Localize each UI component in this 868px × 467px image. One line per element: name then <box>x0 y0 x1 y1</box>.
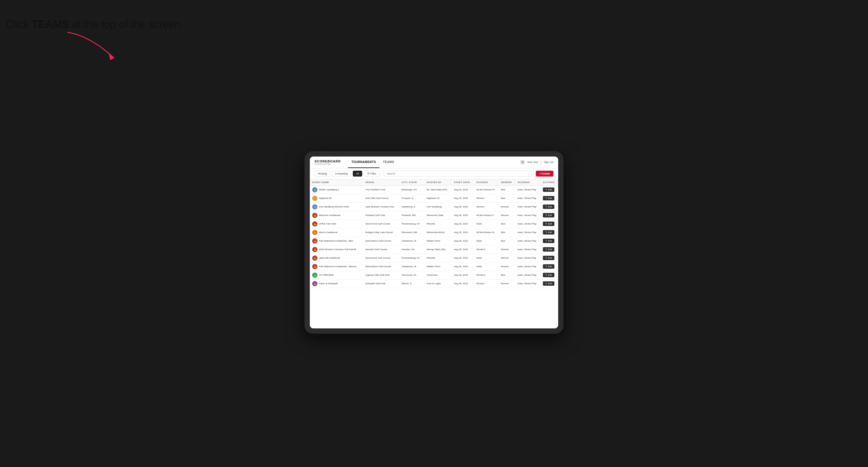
cell-hosted-by: William Penn <box>424 237 452 245</box>
edit-button[interactable]: ✎ Edit <box>543 196 554 200</box>
cell-division: NCAA Division II <box>474 211 498 220</box>
hosting-filter-button[interactable]: Hosting <box>314 171 330 177</box>
cell-venue: Lake Bracken Country Club <box>363 203 399 211</box>
tab-teams[interactable]: TEAMS <box>379 157 398 168</box>
edit-button[interactable]: ✎ Edit <box>543 213 554 217</box>
edit-button[interactable]: ✎ Edit <box>543 256 554 260</box>
cell-actions: ✎ Edit <box>540 271 558 279</box>
cell-scoring: team, Stroke Play <box>516 254 540 262</box>
logo-area: SCOREBOARD Powered by Clipp <box>314 159 341 165</box>
edit-button[interactable]: ✎ Edit <box>543 281 554 286</box>
cell-hosted-by: Pikeville <box>424 254 452 262</box>
col-city-state: CITY, STATE <box>399 179 424 186</box>
cell-gender: Men <box>498 194 515 203</box>
col-event-name: EVENT NAME <box>310 179 363 186</box>
cell-hosted-by: Murray State (OK) <box>424 245 452 254</box>
cell-division: NICAA I <box>474 203 498 211</box>
cell-hosted-by: Highland CC <box>424 194 452 203</box>
edit-button[interactable]: ✎ Edit <box>543 205 554 209</box>
all-filter-button[interactable]: All <box>353 171 362 177</box>
cell-event-name: ⛳ UPKE Fall Invite <box>310 220 363 228</box>
cell-venue: Hesston Golf Course <box>363 245 399 254</box>
cell-city-state: Newburgh, NY <box>399 185 424 194</box>
table-row: ⛳ Highland 36 Park Hills Golf Course Fre… <box>310 194 558 203</box>
cell-venue: StoneCrest Golf Course <box>363 254 399 262</box>
edit-button[interactable]: ✎ Edit <box>543 247 554 252</box>
cell-hosted-by: William Penn <box>424 262 452 271</box>
cell-event-name: ⛳ MSMC Qualifying 1 <box>310 185 363 194</box>
cell-event-name: ⛳ Fall Statesmen Invitational - Men <box>310 237 363 245</box>
cell-division: NAIA <box>474 254 498 262</box>
cell-division: NAIA <box>474 220 498 228</box>
table-row: ⛳ Maverick Invitational Faribault Golf C… <box>310 211 558 220</box>
cell-division: NCAA Division III <box>474 185 498 194</box>
col-scoring: SCORING <box>516 179 540 186</box>
cell-scoring: team, Stroke Play <box>516 279 540 288</box>
table-row: ⛳ VU PREVIEW Cypress Hills Golf Club Vin… <box>310 271 558 279</box>
cell-venue: Edmundson Golf Course <box>363 237 399 245</box>
edit-button[interactable]: ✎ Edit <box>543 222 554 226</box>
cell-scoring: team, Stroke Play <box>516 211 540 220</box>
cell-start-date: Aug 28, 2023 <box>452 262 474 271</box>
cell-hosted-by: Pikeville <box>424 220 452 228</box>
table-row: ⛳ upike fall invitational StoneCrest Gol… <box>310 254 558 262</box>
cell-scoring: team, Stroke Play <box>516 228 540 237</box>
cell-hosted-by: John A Logan <box>424 279 452 288</box>
cell-venue: Ruttger's Bay Lake Resort <box>363 228 399 237</box>
cell-scoring: team, Stroke Play <box>516 203 540 211</box>
sign-out-link[interactable]: Sign out <box>544 161 554 164</box>
toolbar: Hosting Competing All ☰ Filter + Create <box>310 168 558 179</box>
cell-division: NAIA <box>474 237 498 245</box>
col-division: DIVISION <box>474 179 498 186</box>
cell-start-date: Aug 28, 2023 <box>452 245 474 254</box>
search-input[interactable] <box>384 171 532 177</box>
nav-separator: | <box>541 161 541 164</box>
edit-button[interactable]: ✎ Edit <box>543 273 554 277</box>
col-gender: GENDER <box>498 179 515 186</box>
competing-filter-button[interactable]: Competing <box>332 171 351 177</box>
cell-start-date: Aug 24, 2023 <box>452 185 474 194</box>
cell-gender: Women <box>498 203 515 211</box>
table-row: ⛳ Klash at Kokopelli Kokopelli Golf Club… <box>310 279 558 288</box>
cell-scoring: team, Stroke Play <box>516 271 540 279</box>
logo-subtitle: Powered by Clipp <box>314 163 341 165</box>
cell-start-date: Aug 25, 2023 <box>452 194 474 203</box>
cell-event-name: ⛳ Morris Invitational <box>310 228 363 237</box>
cell-actions: ✎ Edit <box>540 254 558 262</box>
cell-actions: ✎ Edit <box>540 228 558 237</box>
cell-actions: ✎ Edit <box>540 194 558 203</box>
cell-gender: Women <box>498 279 515 288</box>
filter-icon-button[interactable]: ☰ Filter <box>364 171 379 177</box>
cell-city-state: Faribault, MN <box>399 211 424 220</box>
cell-venue: Kokopelli Golf Club <box>363 279 399 288</box>
cell-scoring: team, Stroke Play <box>516 237 540 245</box>
cell-start-date: Aug 28, 2023 <box>452 254 474 262</box>
cell-actions: ✎ Edit <box>540 185 558 194</box>
cell-division: NICAA I <box>474 279 498 288</box>
edit-button[interactable]: ✎ Edit <box>543 230 554 235</box>
tournaments-table: EVENT NAME VENUE CITY, STATE HOSTED BY S… <box>310 179 558 288</box>
cell-division: NICAA I <box>474 194 498 203</box>
edit-button[interactable]: ✎ Edit <box>543 264 554 269</box>
table-row: ⛳ MSMC Qualifying 1 The Powelton Club Ne… <box>310 185 558 194</box>
col-actions: ACTIONS <box>540 179 558 186</box>
edit-button[interactable]: ✎ Edit <box>543 187 554 192</box>
cell-city-state: Vincennes, IN <box>399 271 424 279</box>
cell-scoring: team, Stroke Play <box>516 220 540 228</box>
nav-tabs: TOURNAMENTS TEAMS <box>348 157 520 168</box>
cell-hosted-by: Minnesota State <box>424 211 452 220</box>
cell-actions: ✎ Edit <box>540 279 558 288</box>
settings-icon[interactable]: ⚙ <box>520 160 525 164</box>
logo-title: SCOREBOARD <box>314 159 341 163</box>
tab-tournaments[interactable]: TOURNAMENTS <box>348 157 379 168</box>
cell-start-date: Aug 28, 2023 <box>452 220 474 228</box>
cell-gender: Women <box>498 245 515 254</box>
create-button[interactable]: + Create <box>536 171 554 177</box>
edit-button[interactable]: ✎ Edit <box>543 239 554 243</box>
cell-city-state: Marion, IL <box>399 279 424 288</box>
cell-division: NICAA II <box>474 271 498 279</box>
col-venue: VENUE <box>363 179 399 186</box>
cell-event-name: ⛳ Klash at Kokopelli <box>310 279 363 288</box>
col-hosted-by: HOSTED BY <box>424 179 452 186</box>
cell-event-name: ⛳ Maverick Invitational <box>310 211 363 220</box>
